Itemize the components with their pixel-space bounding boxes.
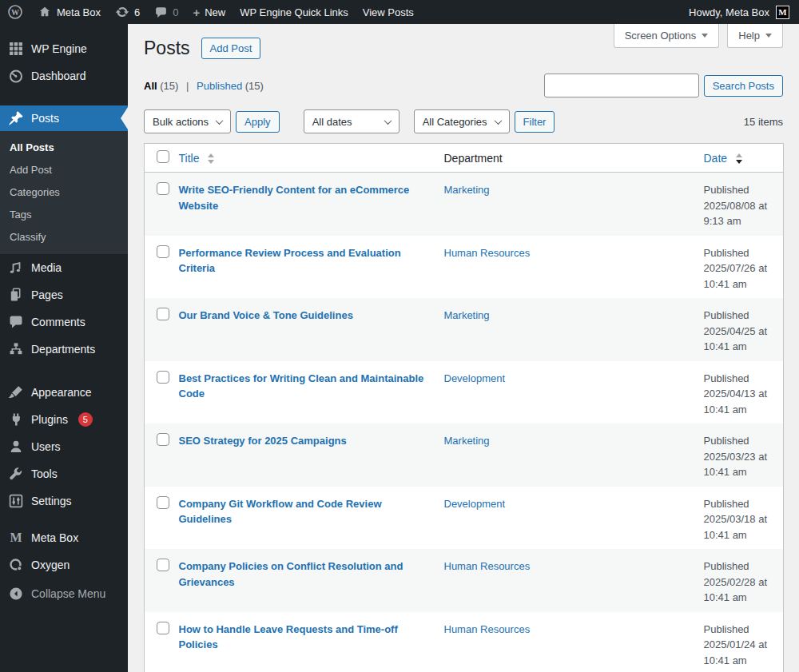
meta-box-m-icon: M xyxy=(8,530,24,546)
post-time: 10:41 am xyxy=(704,464,776,480)
post-title-link[interactable]: How to Handle Leave Requests and Time-of… xyxy=(179,623,398,651)
sort-arrows-icon xyxy=(208,153,214,164)
sidebar-item-all-posts[interactable]: All Posts xyxy=(0,136,128,158)
sidebar-item-settings[interactable]: Settings xyxy=(0,487,128,515)
chevron-down-icon xyxy=(384,117,392,125)
sidebar-item-media[interactable]: Media xyxy=(0,254,128,281)
department-link[interactable]: Human Resources xyxy=(444,247,531,259)
view-all-link[interactable]: All xyxy=(144,80,157,92)
post-time: 10:41 am xyxy=(704,527,776,543)
title-column-header[interactable]: Title xyxy=(179,144,444,173)
sidebar-item-pages[interactable]: Pages xyxy=(0,281,128,308)
categories-filter-select[interactable]: All Categories xyxy=(414,109,510,133)
row-checkbox[interactable] xyxy=(157,559,169,571)
select-all-checkbox[interactable] xyxy=(157,150,169,163)
post-title-link[interactable]: Write SEO-Friendly Content for an eComme… xyxy=(179,184,410,212)
sidebar-item-appearance[interactable]: Appearance xyxy=(0,379,128,406)
row-checkbox[interactable] xyxy=(157,622,169,634)
new-label: New xyxy=(205,6,225,18)
dates-filter-value: All dates xyxy=(312,116,352,128)
view-posts-menu[interactable]: View Posts xyxy=(356,0,421,24)
sidebar-item-meta-box[interactable]: M Meta Box xyxy=(0,524,128,551)
avatar: M xyxy=(776,6,789,19)
post-title-link[interactable]: Company Policies on Conflict Resolution … xyxy=(179,560,403,588)
new-content-menu[interactable]: + New xyxy=(185,0,233,24)
wpe-quick-links-menu[interactable]: WP Engine Quick Links xyxy=(233,0,356,24)
view-published-count: (15) xyxy=(245,80,264,92)
row-checkbox[interactable] xyxy=(157,245,169,258)
wordpress-logo-menu[interactable]: W xyxy=(0,0,30,24)
table-row: How to Handle Leave Requests and Time-of… xyxy=(145,612,784,672)
sidebar-item-categories[interactable]: Categories xyxy=(0,181,128,203)
post-title-link[interactable]: Best Practices for Writing Clean and Mai… xyxy=(179,372,424,400)
table-row: Write SEO-Friendly Content for an eComme… xyxy=(145,173,784,236)
my-account-menu[interactable]: Howdy, Meta Box M xyxy=(689,6,799,19)
screen-options-tab[interactable]: Screen Options xyxy=(614,24,720,48)
row-checkbox[interactable] xyxy=(157,371,169,384)
views-row: All (15) | Published (15) Search Posts xyxy=(144,74,783,97)
row-checkbox[interactable] xyxy=(157,433,169,446)
site-name-menu[interactable]: Meta Box xyxy=(30,0,108,24)
department-link[interactable]: Development xyxy=(444,372,506,384)
date-column-header[interactable]: Date xyxy=(704,144,784,173)
row-checkbox[interactable] xyxy=(157,182,169,195)
sidebar-label-appearance: Appearance xyxy=(31,386,92,399)
sidebar-label-dashboard: Dashboard xyxy=(31,70,86,82)
sidebar-item-plugins[interactable]: Plugins 5 xyxy=(0,406,128,433)
bulk-actions-value: Bulk actions xyxy=(153,116,209,128)
plus-icon: + xyxy=(193,6,200,18)
dashboard-gauge-icon xyxy=(8,68,24,84)
updates-menu[interactable]: 6 xyxy=(108,0,147,24)
org-chart-icon xyxy=(8,341,24,357)
post-title-link[interactable]: Our Brand Voice & Tone Guidelines xyxy=(179,309,353,321)
sidebar-label-pages: Pages xyxy=(31,288,63,301)
sidebar-item-oxygen[interactable]: Oxygen xyxy=(0,551,128,579)
post-time: 10:41 am xyxy=(704,590,776,606)
sidebar-item-add-post[interactable]: Add Post xyxy=(0,158,128,181)
department-link[interactable]: Development xyxy=(444,498,506,510)
update-count: 6 xyxy=(134,6,140,18)
comments-menu[interactable]: 0 xyxy=(147,0,185,24)
apply-button[interactable]: Apply xyxy=(236,111,280,133)
department-link[interactable]: Marketing xyxy=(444,184,490,196)
post-status: Published xyxy=(704,371,776,387)
dates-filter-select[interactable]: All dates xyxy=(304,109,400,133)
department-link[interactable]: Human Resources xyxy=(444,560,531,572)
sidebar-label-collapse: Collapse Menu xyxy=(31,587,105,600)
sidebar-item-users[interactable]: Users xyxy=(0,433,128,460)
comment-count: 0 xyxy=(173,6,178,18)
post-status: Published xyxy=(704,308,776,324)
department-link[interactable]: Human Resources xyxy=(444,623,531,635)
add-post-button[interactable]: Add Post xyxy=(201,38,261,59)
post-title-link[interactable]: Company Git Workflow and Code Review Gui… xyxy=(179,498,382,526)
sidebar-item-posts[interactable]: Posts xyxy=(0,105,128,131)
tags-label: Tags xyxy=(10,209,31,221)
sidebar-item-comments[interactable]: Comments xyxy=(0,308,128,336)
select-all-header xyxy=(145,144,179,173)
help-tab[interactable]: Help xyxy=(727,24,783,48)
sidebar-item-tags[interactable]: Tags xyxy=(0,203,128,225)
svg-text:W: W xyxy=(11,8,19,17)
post-date: 2025/02/28 at xyxy=(704,575,776,590)
sidebar-item-dashboard[interactable]: Dashboard xyxy=(0,62,128,89)
bulk-actions-select[interactable]: Bulk actions xyxy=(144,109,231,133)
department-link[interactable]: Marketing xyxy=(444,435,490,447)
post-date: 2025/04/25 at xyxy=(704,324,776,340)
row-checkbox[interactable] xyxy=(157,496,169,509)
post-title-link[interactable]: Performance Review Process and Evaluatio… xyxy=(179,247,401,275)
search-input[interactable] xyxy=(544,74,699,97)
chevron-down-icon xyxy=(494,117,502,125)
department-link[interactable]: Marketing xyxy=(444,309,490,321)
post-title-link[interactable]: SEO Strategy for 2025 Campaigns xyxy=(179,435,347,447)
filter-button[interactable]: Filter xyxy=(515,111,555,133)
sidebar-item-departments[interactable]: Departments xyxy=(0,336,128,363)
sidebar-item-tools[interactable]: Tools xyxy=(0,460,128,487)
view-published-link[interactable]: Published xyxy=(197,80,242,92)
search-posts-button[interactable]: Search Posts xyxy=(704,75,783,97)
sidebar-item-classify[interactable]: Classify xyxy=(0,225,128,248)
wp-engine-grid-icon xyxy=(8,41,24,57)
table-row: Company Policies on Conflict Resolution … xyxy=(145,549,784,612)
sidebar-item-wp-engine[interactable]: WP Engine xyxy=(0,35,128,62)
row-checkbox[interactable] xyxy=(157,308,169,320)
sidebar-item-collapse-menu[interactable]: Collapse Menu xyxy=(0,580,128,607)
